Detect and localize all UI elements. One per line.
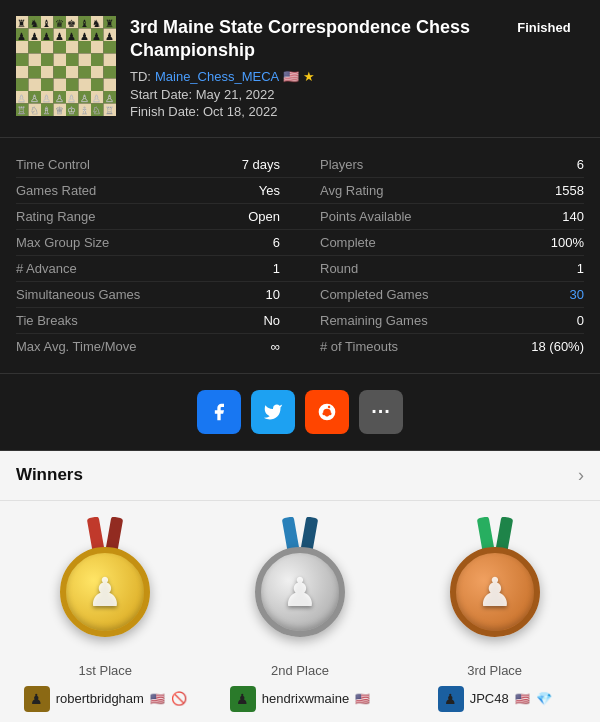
svg-text:♟: ♟ (92, 31, 101, 42)
winners-section: Winners › ♟ 1st Place ♟ robertbridgham 🇺… (0, 451, 600, 722)
stat-value: Open (248, 209, 280, 224)
pawn-icon: ♟ (282, 569, 318, 615)
svg-rect-40 (16, 79, 29, 92)
place-label: 2nd Place (271, 663, 329, 678)
stat-row: Rating RangeOpen (16, 204, 300, 230)
stat-label: Max Avg. Time/Move (16, 339, 136, 354)
twitter-button[interactable] (251, 390, 295, 434)
stat-label: Rating Range (16, 209, 96, 224)
start-date-value: May 21, 2022 (196, 87, 275, 102)
svg-text:♛: ♛ (55, 18, 64, 29)
player-row[interactable]: ♟ robertbridgham 🇺🇸 🚫 (24, 686, 187, 712)
stat-label: Simultaneous Games (16, 287, 140, 302)
svg-text:♟: ♟ (67, 31, 76, 42)
medals-row: ♟ 1st Place ♟ robertbridgham 🇺🇸 🚫 ♟ 2nd … (0, 501, 600, 722)
stat-value: 1 (577, 261, 584, 276)
td-name[interactable]: Maine_Chess_MECA (155, 69, 279, 84)
stats-grid: Time Control7 daysGames RatedYesRating R… (16, 152, 584, 359)
stat-value: 18 (60%) (531, 339, 584, 354)
svg-text:♟: ♟ (55, 31, 64, 42)
player-avatar: ♟ (230, 686, 256, 712)
player-name[interactable]: hendrixwmaine (262, 691, 349, 706)
winners-header[interactable]: Winners › (0, 451, 600, 501)
svg-rect-44 (66, 79, 79, 92)
stat-value: 1 (273, 261, 280, 276)
medal-item: ♟ 3rd Place ♟ JPC48 🇺🇸 💎 (405, 517, 585, 712)
stat-value: 1558 (555, 183, 584, 198)
player-avatar: ♟ (438, 686, 464, 712)
stat-value: 100% (551, 235, 584, 250)
svg-rect-22 (91, 41, 104, 54)
star-icon[interactable]: ★ (303, 69, 315, 84)
facebook-button[interactable] (197, 390, 241, 434)
stat-value: 140 (562, 209, 584, 224)
start-date-line: Start Date: May 21, 2022 (130, 87, 490, 102)
svg-text:♚: ♚ (67, 18, 76, 29)
stat-label: Round (320, 261, 358, 276)
svg-text:♖: ♖ (17, 105, 26, 116)
svg-rect-26 (41, 54, 54, 67)
stat-value: ∞ (271, 339, 280, 354)
stat-row: Points Available140 (300, 204, 584, 230)
medal-icon-gold: ♟ (40, 517, 170, 657)
stat-row: Avg Rating1558 (300, 178, 584, 204)
svg-text:♞: ♞ (30, 18, 39, 29)
stat-row: # Advance1 (16, 256, 300, 282)
finish-date-label: Finish Date: (130, 104, 199, 119)
svg-text:♜: ♜ (17, 18, 26, 29)
player-row[interactable]: ♟ JPC48 🇺🇸 💎 (438, 686, 552, 712)
stat-row: Remaining Games0 (300, 308, 584, 334)
stat-value: 6 (273, 235, 280, 250)
reddit-button[interactable] (305, 390, 349, 434)
svg-rect-43 (54, 79, 67, 92)
svg-rect-21 (79, 41, 92, 54)
social-buttons-section: ··· (0, 374, 600, 451)
player-row[interactable]: ♟ hendrixwmaine 🇺🇸 (230, 686, 370, 712)
svg-text:♗: ♗ (80, 105, 89, 116)
finish-date-value: Oct 18, 2022 (203, 104, 277, 119)
medal-circle-silver: ♟ (255, 547, 345, 637)
svg-text:♙: ♙ (55, 93, 64, 104)
stat-label: Players (320, 157, 363, 172)
td-line: TD: Maine_Chess_MECA 🇺🇸 ★ (130, 69, 490, 84)
stat-value: 0 (577, 313, 584, 328)
svg-rect-36 (66, 66, 79, 79)
svg-text:♙: ♙ (30, 93, 39, 104)
svg-rect-23 (104, 41, 117, 54)
tournament-title: 3rd Maine State Correspondence Chess Cha… (130, 16, 490, 63)
medal-item: ♟ 1st Place ♟ robertbridgham 🇺🇸 🚫 (15, 517, 195, 712)
player-name[interactable]: JPC48 (470, 691, 509, 706)
chess-board-thumbnail: ♜ ♞ ♝ ♛ ♚ ♝ ♞ ♜ ♟ ♟ ♟ ♟ ♟ ♟ ♟ ♟ ♙ ♙ ♙ ♙ … (16, 16, 116, 116)
stat-label: Games Rated (16, 183, 96, 198)
player-name[interactable]: robertbridgham (56, 691, 144, 706)
chevron-right-icon: › (578, 465, 584, 486)
svg-rect-38 (91, 66, 104, 79)
stat-row: Time Control7 days (16, 152, 300, 178)
stat-row: Max Avg. Time/Move∞ (16, 334, 300, 359)
more-button[interactable]: ··· (359, 390, 403, 434)
stat-value: 7 days (242, 157, 280, 172)
svg-text:♞: ♞ (92, 18, 101, 29)
stat-row: Complete100% (300, 230, 584, 256)
medal-icon-bronze: ♟ (430, 517, 560, 657)
svg-text:♙: ♙ (42, 93, 51, 104)
svg-text:♝: ♝ (80, 18, 89, 29)
stats-left-col: Time Control7 daysGames RatedYesRating R… (16, 152, 300, 359)
svg-text:♙: ♙ (92, 93, 101, 104)
stat-label: Max Group Size (16, 235, 109, 250)
stat-label: Remaining Games (320, 313, 428, 328)
svg-text:♜: ♜ (105, 18, 114, 29)
medal-item: ♟ 2nd Place ♟ hendrixwmaine 🇺🇸 (210, 517, 390, 712)
stat-value: 30 (570, 287, 584, 302)
stat-value: No (263, 313, 280, 328)
stat-label: Tie Breaks (16, 313, 78, 328)
pawn-icon: ♟ (477, 569, 513, 615)
svg-rect-24 (16, 54, 29, 67)
player-badge: 💎 (536, 691, 552, 706)
svg-rect-35 (54, 66, 67, 79)
player-badge: 🚫 (171, 691, 187, 706)
place-label: 3rd Place (467, 663, 522, 678)
stat-row: # of Timeouts18 (60%) (300, 334, 584, 359)
start-date-label: Start Date: (130, 87, 192, 102)
svg-text:♟: ♟ (30, 31, 39, 42)
